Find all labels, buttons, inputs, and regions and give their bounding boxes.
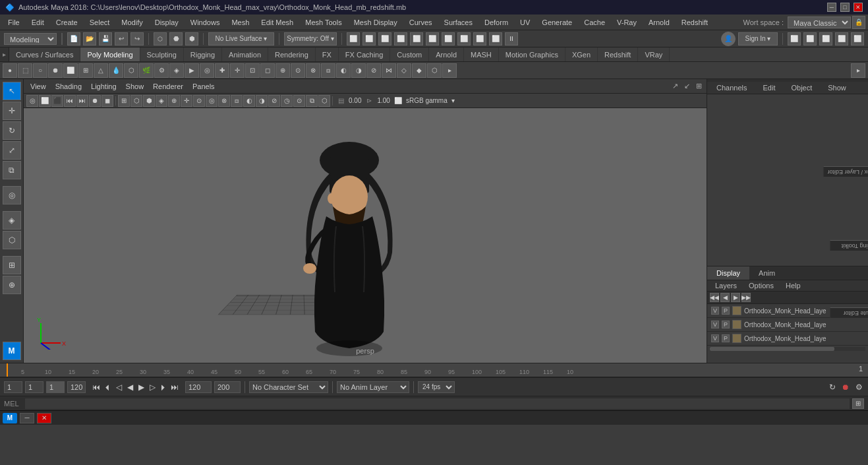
move-tool[interactable]: ✛	[3, 102, 21, 120]
shelf-tool-21[interactable]: ⊗	[306, 63, 320, 78]
pause-button[interactable]: ⏸	[505, 32, 518, 46]
shelf-tool-18[interactable]: ◻	[260, 63, 275, 78]
vp-menu-panels[interactable]: Panels	[188, 82, 219, 91]
vp-tool-14[interactable]: ⊙	[193, 95, 205, 107]
shelf-add-button[interactable]: ▸	[851, 63, 865, 78]
tab-mash[interactable]: MASH	[464, 47, 499, 61]
render-icon1[interactable]: ⬜	[347, 32, 360, 46]
loop-button[interactable]: ↻	[827, 382, 838, 392]
vp-tool-1[interactable]: ◎	[26, 95, 38, 107]
shelf-tool-10[interactable]: 🌿	[139, 63, 154, 78]
goto-start-button[interactable]: ⏮	[91, 382, 101, 392]
shelf-tool-14[interactable]: ◎	[200, 63, 214, 78]
menu-curves[interactable]: Curves	[404, 17, 438, 28]
collapse-shelf-button[interactable]: ▸	[0, 47, 9, 61]
layer-prev[interactable]: ◀	[720, 293, 730, 302]
shelf-tool-30[interactable]: ▸	[442, 63, 457, 78]
shelf-tool-13[interactable]: ▶	[185, 63, 199, 78]
shelf-tool-16[interactable]: ✛	[230, 63, 245, 78]
vp-tool-24[interactable]: ⬡	[318, 95, 330, 107]
vp-tool-18[interactable]: ◐	[243, 95, 255, 107]
autokey-button[interactable]: ⏺	[840, 382, 851, 392]
character-set-select[interactable]: No Character Set	[249, 381, 328, 393]
render-icon3[interactable]: ⬜	[378, 32, 391, 46]
vp-tool-23[interactable]: ⧉	[306, 95, 318, 107]
vp-icon-right3[interactable]: ⊞	[693, 81, 704, 92]
layer-color-3[interactable]	[732, 334, 741, 343]
vp-tool-17[interactable]: ⧈	[231, 95, 243, 107]
shelf-tool-17[interactable]: ⊡	[245, 63, 260, 78]
menu-generate[interactable]: Generate	[536, 17, 577, 28]
display-tab[interactable]: Display	[707, 266, 749, 280]
vp-tool-5[interactable]: ⏭	[76, 95, 88, 107]
edit-button[interactable]: Edit	[757, 83, 780, 92]
menu-edit-mesh[interactable]: Edit Mesh	[256, 17, 299, 28]
timeline-ruler[interactable]: 5 10 15 20 25 30 35 40 45 50 55 60 65 70…	[0, 363, 868, 377]
live-surface-dropdown[interactable]: No Live Surface ▾	[208, 32, 274, 46]
shelf-icon2[interactable]: ⬜	[803, 32, 817, 46]
layer-p-1[interactable]: P	[722, 307, 730, 315]
paint-weights[interactable]: ◈	[3, 211, 21, 230]
layer-next-next[interactable]: ▶▶	[741, 293, 751, 302]
layers-options-button[interactable]: Options	[745, 282, 778, 290]
vp-icon-right1[interactable]: ↗	[670, 81, 680, 92]
tab-poly-modeling[interactable]: Poly Modeling	[80, 47, 140, 61]
viewport-canvas[interactable]: X Y Z persp	[24, 108, 707, 363]
vp-menu-view[interactable]: View	[26, 82, 50, 91]
gamma-dropdown[interactable]: ▾	[449, 95, 457, 107]
anim-layer-select[interactable]: No Anim Layer	[337, 381, 409, 393]
vp-tool-9[interactable]: ⬡	[130, 95, 142, 107]
tab-sculpting[interactable]: Sculpting	[140, 47, 184, 61]
shelf-tool-6[interactable]: ⊞	[78, 63, 93, 78]
shelf-tool-8[interactable]: 💧	[109, 63, 123, 78]
menu-mesh-tools[interactable]: Mesh Tools	[300, 17, 347, 28]
shelf-tool-12[interactable]: ◈	[169, 63, 184, 78]
close-button[interactable]: ✕	[854, 3, 863, 12]
layer-color-1[interactable]	[732, 306, 741, 315]
anim-tab[interactable]: Anim	[749, 266, 784, 280]
tab-arnold[interactable]: Arnold	[429, 47, 464, 61]
render-icon6[interactable]: ⬜	[426, 32, 439, 46]
render-icon4[interactable]: ⬜	[394, 32, 407, 46]
vp-tool-2[interactable]: ⬜	[39, 95, 51, 107]
render-icon10[interactable]: ⬜	[489, 32, 502, 46]
shelf-icon3[interactable]: ⬜	[819, 32, 832, 46]
maya-taskbar-logo[interactable]: M	[3, 413, 17, 423]
prev-frame-button[interactable]: ⏴	[102, 382, 113, 392]
shelf-icon5[interactable]: ⬜	[851, 32, 864, 46]
shelf-tool-4[interactable]: ⏺	[48, 63, 63, 78]
shelf-tool-22[interactable]: ⧈	[321, 63, 335, 78]
render-icon5[interactable]: ⬜	[410, 32, 423, 46]
shelf-tool-28[interactable]: ◆	[412, 63, 426, 78]
menu-cache[interactable]: Cache	[579, 17, 610, 28]
side-tab-modelling-toolkit[interactable]: Modelling Toolkit	[830, 240, 868, 251]
channels-button[interactable]: Channels	[711, 83, 752, 92]
menu-display[interactable]: Display	[150, 17, 184, 28]
paint-select-button[interactable]: ⬢	[185, 32, 198, 46]
layout-tool[interactable]: ⊞	[3, 256, 21, 274]
menu-create[interactable]: Create	[51, 17, 83, 28]
menu-mesh-display[interactable]: Mesh Display	[349, 17, 403, 28]
layers-help-button[interactable]: Help	[782, 282, 805, 290]
play-forward-button[interactable]: ▶	[136, 382, 146, 392]
menu-select[interactable]: Select	[84, 17, 115, 28]
shelf-tool-23[interactable]: ◐	[336, 63, 351, 78]
vp-tool-16[interactable]: ⊗	[218, 95, 230, 107]
taskbar-window-close[interactable]: ✕	[37, 413, 51, 423]
vp-menu-show[interactable]: Show	[122, 82, 148, 91]
layer-next[interactable]: ▶	[731, 293, 740, 302]
layer-p-3[interactable]: P	[722, 334, 730, 342]
playback-options-button[interactable]: ⚙	[854, 382, 864, 392]
workspace-lock-button[interactable]: 🔒	[852, 16, 865, 29]
select-tool[interactable]: ↖	[3, 82, 21, 100]
tab-fx[interactable]: FX	[316, 47, 339, 61]
symmetry-button[interactable]: Symmetry: Off ▾	[284, 32, 337, 46]
next-frame-button[interactable]: ⏵	[158, 382, 169, 392]
shelf-tool-26[interactable]: ⋈	[382, 63, 396, 78]
menu-vray[interactable]: V-Ray	[612, 17, 642, 28]
menu-file[interactable]: File	[3, 17, 25, 28]
shelf-tool-19[interactable]: ⊕	[275, 63, 290, 78]
menu-uv[interactable]: UV	[515, 17, 535, 28]
shelf-tool-29[interactable]: ⬡	[427, 63, 442, 78]
vp-tool-10[interactable]: ⬢	[143, 95, 155, 107]
